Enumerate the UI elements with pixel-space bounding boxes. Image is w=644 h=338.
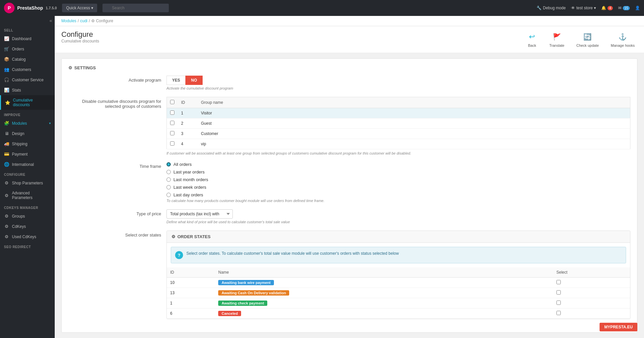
time-frame-option[interactable]: Last day orders [166,192,630,197]
os-checkbox[interactable] [556,280,561,284]
section-label-seo: SEO REDIRECT [0,242,55,250]
time-frame-option[interactable]: Last week orders [166,185,630,190]
settings-card: ⚙ SETTINGS Activate program YES NO Activ… [61,58,637,333]
time-frame-label: Time frame [68,162,161,169]
order-state-row: 1 Awaiting check payment [167,298,630,308]
breadcrumb: Modules / cudi / ⚙ Configure [55,16,644,26]
sidebar-item-shipping[interactable]: 🚚 Shipping [0,139,55,149]
manage-hooks-button[interactable]: ⚓ Manage hooks [608,30,637,49]
sidebar-collapse[interactable]: « [0,16,55,25]
top-navigation: P PrestaShop 1.7.5.0 Quick Access ▾ 🔍 🔧 … [0,0,644,16]
time-frame-option-label: Last year orders [173,169,205,174]
sidebar-item-customer-service[interactable]: 🎧 Customer Service [0,75,55,85]
payment-icon: 💳 [4,152,9,157]
sidebar-item-orders[interactable]: 🛒 Orders [0,44,55,54]
group-id: 2 [178,118,198,129]
cdkeys-icon: ⚙ [4,224,9,229]
order-states-table: ID Name Select 10 Awaiting bank wire pay… [167,267,630,319]
os-row-name: Awaiting Cash On Delivery validation [215,288,553,298]
dashboard-icon: 📈 [4,36,9,41]
time-frame-radio[interactable] [166,185,171,189]
user-avatar[interactable]: 👤 [635,6,640,10]
yes-button[interactable]: YES [166,76,185,85]
group-id: 4 [178,139,198,149]
sidebar-item-label: Groups [12,214,25,219]
quick-access-button[interactable]: Quick Access ▾ [62,4,97,12]
sidebar-item-cumulative-discounts[interactable]: ⭐ Cumulative discounts [0,95,55,110]
logo-text: PrestaShop [17,5,43,11]
time-frame-radio[interactable] [166,170,171,174]
group-checkbox[interactable] [170,131,174,135]
advanced-parameters-icon: ⚙ [4,193,9,198]
notifications-button[interactable]: 🔔 4 [601,6,613,10]
breadcrumb-cudi[interactable]: cudi [80,19,88,23]
group-checkbox[interactable] [170,141,174,146]
customer-service-icon: 🎧 [4,77,9,82]
order-states-card: ⚙ ORDER STATES ? Select order states. To… [166,231,630,319]
sidebar-item-used-cdkeys[interactable]: ⚙ Used CdKeys [0,232,55,242]
no-button[interactable]: NO [185,76,203,85]
translate-button[interactable]: 🚩 Translate [547,30,567,49]
sidebar-item-label: Stats [12,88,21,93]
sidebar-item-label: International [12,162,34,167]
table-row: 2 Guest [167,118,630,129]
sidebar-item-international[interactable]: 🌐 International [0,159,55,169]
time-frame-radio[interactable] [166,162,171,167]
disable-groups-label: Disable cumulative discounts program for… [68,97,161,109]
sidebar-item-customers[interactable]: 👥 Customers [0,64,55,75]
groups-icon: ⚙ [4,214,9,219]
sidebar-item-stats[interactable]: 📊 Stats [0,85,55,95]
group-checkbox[interactable] [170,121,174,125]
sidebar-item-dashboard[interactable]: 📈 Dashboard [0,34,55,44]
sidebar-item-label: Customers [12,67,31,72]
main-content: Modules / cudi / ⚙ Configure Configure C… [55,16,644,338]
name-column-header: Group name [198,97,630,108]
time-frame-radio[interactable] [166,177,171,182]
group-id: 1 [178,108,198,118]
os-checkbox[interactable] [556,290,561,295]
international-icon: 🌐 [4,162,9,167]
breadcrumb-modules[interactable]: Modules [61,19,76,23]
group-name: vip [198,139,630,149]
os-row-name: Awaiting bank wire payment [215,278,553,288]
type-of-price-select[interactable]: Total products (tax incl) with [166,209,233,219]
time-frame-option[interactable]: Last year orders [166,169,630,174]
back-button[interactable]: ↩ Back [524,30,540,49]
time-frame-option[interactable]: All orders [166,162,630,167]
settings-icon: ⚙ [68,65,72,70]
time-frame-option[interactable]: Last month orders [166,177,630,182]
order-state-row: 13 Awaiting Cash On Delivery validation [167,288,630,298]
groups-table: ID Group name 1 Visitor 2 Guest 3 Custom… [166,97,630,149]
check-update-button[interactable]: 🔄 Check update [574,30,602,49]
store-selector[interactable]: 👁 test store ▾ [571,6,596,10]
os-checkbox[interactable] [556,301,561,305]
sidebar-item-design[interactable]: 🖥 Design [0,128,55,139]
sidebar-item-groups[interactable]: ⚙ Groups [0,211,55,221]
os-row-select [553,288,630,298]
sidebar-item-modules[interactable]: 🧩 Modules ▾ [0,118,55,128]
manage-hooks-icon: ⚓ [617,32,628,42]
content-area: ⚙ SETTINGS Activate program YES NO Activ… [55,53,644,338]
select-all-checkbox[interactable] [170,100,174,104]
sidebar-item-label: Cumulative discounts [13,98,51,107]
os-select-header: Select [553,267,630,278]
group-checkbox[interactable] [170,110,174,115]
sidebar-item-label: CdKeys [12,224,26,229]
messages-button[interactable]: ✉ 15 [618,6,630,10]
sidebar-item-shop-parameters[interactable]: ⚙ Shop Parameters [0,178,55,188]
time-frame-radio[interactable] [166,193,171,197]
mypresta-badge[interactable]: MYPRESTA.EU [600,323,637,331]
page-actions: ↩ Back 🚩 Translate 🔄 Check update ⚓ Mana… [524,30,637,49]
sidebar-item-payment[interactable]: 💳 Payment [0,149,55,159]
os-checkbox[interactable] [556,311,561,315]
search-input[interactable] [102,4,169,12]
used-cdkeys-icon: ⚙ [4,234,9,239]
group-name: Visitor [198,108,630,118]
sidebar-item-label: Shipping [12,142,28,146]
sidebar-item-advanced-parameters[interactable]: ⚙ Advanced Parameters [0,188,55,203]
order-states-info: ? Select order states. To calculate cust… [171,247,626,263]
time-frame-option-label: Last month orders [173,177,208,182]
sidebar-item-catalog[interactable]: 📦 Catalog [0,54,55,64]
debug-mode-button[interactable]: 🔧 Debug mode [537,6,566,10]
sidebar-item-cdkeys[interactable]: ⚙ CdKeys [0,221,55,232]
